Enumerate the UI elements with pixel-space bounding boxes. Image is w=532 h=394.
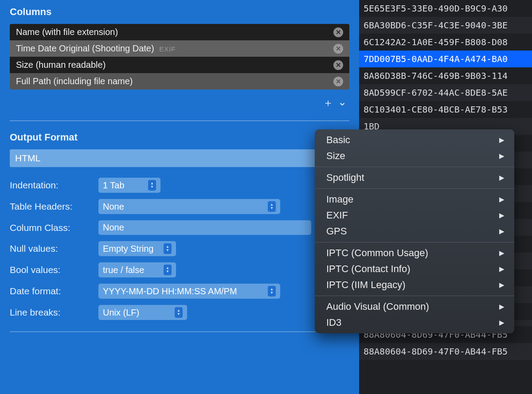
menu-item[interactable]: Audio Visual (Common)▶ bbox=[315, 299, 514, 315]
column-label: Full Path (including file name) bbox=[16, 76, 133, 86]
file-list-row[interactable]: 88A80604-8D69-47F0-AB44-FB5 bbox=[359, 343, 532, 360]
indentation-label: Indentation: bbox=[10, 180, 98, 191]
column-label: Time Date Original (Shooting Date) EXIF bbox=[16, 43, 176, 54]
file-list-row[interactable]: 6C1242A2-1A0E-459F-B808-D08 bbox=[359, 34, 532, 51]
columns-title: Columns bbox=[10, 6, 349, 18]
null-values-label: Null values: bbox=[10, 243, 98, 254]
columns-list: Name (with file extension) ✕ Time Date O… bbox=[10, 24, 349, 90]
column-class-select[interactable]: None bbox=[98, 220, 311, 235]
date-format-select[interactable]: YYYY-MM-DD HH:MM:SS AM/PM ▲▼ bbox=[98, 284, 280, 299]
menu-item-label: ID3 bbox=[326, 317, 341, 328]
bool-values-label: Bool values: bbox=[10, 265, 98, 275]
output-format-select[interactable]: HTML bbox=[10, 149, 349, 167]
stepper-icon: ▲▼ bbox=[268, 201, 276, 212]
menu-item-label: Image bbox=[326, 194, 353, 205]
file-list-row[interactable]: 8A86D38B-746C-469B-9B03-114 bbox=[359, 67, 532, 84]
menu-item[interactable]: EXIF▶ bbox=[315, 207, 514, 223]
date-format-label: Date format: bbox=[10, 286, 98, 296]
add-column-dropdown-icon[interactable]: ⌄ bbox=[338, 96, 347, 110]
add-column-controls: ＋ ⌄ bbox=[10, 90, 349, 113]
settings-pane: Columns Name (with file extension) ✕ Tim… bbox=[0, 0, 359, 394]
menu-item[interactable]: IPTC (Common Usage)▶ bbox=[315, 245, 514, 261]
menu-separator bbox=[315, 167, 514, 167]
menu-item[interactable]: Spotlight▶ bbox=[315, 170, 514, 186]
indentation-select[interactable]: 1 Tab ▲▼ bbox=[98, 178, 160, 193]
output-format-title: Output Format bbox=[10, 132, 349, 143]
menu-item[interactable]: IPTC (IIM Legacy)▶ bbox=[315, 277, 514, 293]
menu-item-label: Spotlight bbox=[326, 172, 364, 183]
menu-item[interactable]: GPS▶ bbox=[315, 223, 514, 239]
table-headers-select[interactable]: None ▲▼ bbox=[98, 199, 280, 214]
menu-item[interactable]: IPTC (Contact Info)▶ bbox=[315, 261, 514, 277]
remove-column-icon[interactable]: ✕ bbox=[333, 60, 343, 70]
column-category-menu: Basic▶Size▶Spotlight▶Image▶EXIF▶GPS▶IPTC… bbox=[315, 129, 514, 333]
menu-item-label: IPTC (IIM Legacy) bbox=[326, 279, 405, 291]
column-row[interactable]: Time Date Original (Shooting Date) EXIF … bbox=[10, 40, 349, 57]
menu-item[interactable]: ID3▶ bbox=[315, 315, 514, 331]
line-breaks-select[interactable]: Unix (LF) ▲▼ bbox=[98, 305, 187, 320]
menu-item[interactable]: Size▶ bbox=[315, 148, 514, 164]
submenu-arrow-icon: ▶ bbox=[499, 211, 505, 219]
submenu-arrow-icon: ▶ bbox=[499, 281, 505, 289]
menu-separator bbox=[315, 188, 514, 189]
column-class-label: Column Class: bbox=[10, 222, 98, 233]
submenu-arrow-icon: ▶ bbox=[499, 174, 505, 182]
submenu-arrow-icon: ▶ bbox=[499, 265, 505, 273]
line-breaks-label: Line breaks: bbox=[10, 307, 98, 318]
menu-item-label: GPS bbox=[326, 226, 347, 237]
null-values-select[interactable]: Empty String ▲▼ bbox=[98, 241, 176, 256]
column-row[interactable]: Full Path (including file name) ✕ bbox=[10, 73, 349, 90]
column-label: Size (human readable) bbox=[16, 60, 106, 70]
menu-item-label: IPTC (Contact Info) bbox=[326, 263, 411, 275]
column-row[interactable]: Size (human readable) ✕ bbox=[10, 57, 349, 73]
table-headers-label: Table Headers: bbox=[10, 201, 98, 212]
submenu-arrow-icon: ▶ bbox=[499, 319, 505, 327]
menu-item-label: Size bbox=[326, 150, 345, 162]
menu-item[interactable]: Basic▶ bbox=[315, 132, 514, 148]
file-list-row[interactable]: 8AD599CF-6702-44AC-8DE8-5AE bbox=[359, 84, 532, 101]
file-list-row[interactable]: 7DD007B5-0AAD-4F4A-A474-BA0 bbox=[359, 51, 532, 67]
output-format-value: HTML bbox=[15, 153, 40, 163]
remove-column-icon[interactable]: ✕ bbox=[333, 77, 343, 86]
submenu-arrow-icon: ▶ bbox=[499, 227, 505, 235]
menu-item[interactable]: Image▶ bbox=[315, 191, 514, 207]
menu-item-label: Basic bbox=[326, 134, 350, 146]
file-list-row[interactable]: 8C103401-CE80-4BCB-AE78-B53 bbox=[359, 101, 532, 118]
exif-tag: EXIF bbox=[159, 45, 176, 53]
submenu-arrow-icon: ▶ bbox=[499, 249, 505, 257]
bool-values-select[interactable]: true / false ▲▼ bbox=[98, 262, 176, 277]
menu-item-label: EXIF bbox=[326, 210, 348, 221]
stepper-icon: ▲▼ bbox=[164, 265, 172, 275]
divider bbox=[10, 332, 349, 332]
add-column-icon[interactable]: ＋ bbox=[323, 96, 333, 110]
stepper-icon: ▲▼ bbox=[268, 286, 276, 296]
stepper-icon: ▲▼ bbox=[175, 307, 183, 318]
remove-column-icon[interactable]: ✕ bbox=[333, 44, 343, 54]
divider bbox=[10, 121, 349, 121]
file-list-row[interactable]: 6BA30BD6-C35F-4C3E-9040-3BE bbox=[359, 17, 532, 34]
menu-separator bbox=[315, 296, 514, 296]
submenu-arrow-icon: ▶ bbox=[499, 136, 505, 144]
menu-item-label: Audio Visual (Common) bbox=[326, 301, 429, 312]
column-row[interactable]: Name (with file extension) ✕ bbox=[10, 24, 349, 40]
stepper-icon: ▲▼ bbox=[164, 243, 172, 254]
submenu-arrow-icon: ▶ bbox=[499, 152, 505, 160]
remove-column-icon[interactable]: ✕ bbox=[333, 27, 343, 37]
menu-separator bbox=[315, 242, 514, 242]
column-label: Name (with file extension) bbox=[16, 27, 118, 37]
submenu-arrow-icon: ▶ bbox=[499, 303, 505, 311]
file-list-row[interactable]: 5E65E3F5-33E0-490D-B9C9-A30 bbox=[359, 0, 532, 17]
submenu-arrow-icon: ▶ bbox=[499, 195, 505, 203]
stepper-icon: ▲▼ bbox=[148, 180, 156, 191]
menu-item-label: IPTC (Common Usage) bbox=[326, 247, 428, 259]
